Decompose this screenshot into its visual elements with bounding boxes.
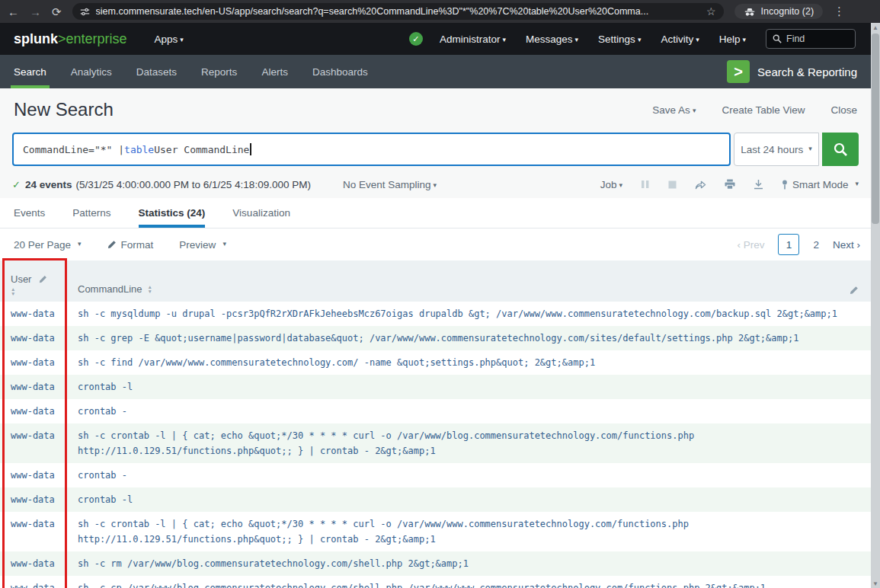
forward-icon[interactable]: → [30, 6, 41, 18]
edit-column-pencil-icon[interactable] [39, 275, 47, 283]
time-range-picker[interactable]: Last 24 hours▾ [734, 133, 819, 166]
table-row: www-datacrontab - [0, 399, 871, 423]
search-query-input[interactable]: CommandLine="*" | table User CommandLine [12, 133, 731, 166]
event-sampling-menu[interactable]: No Event Sampling▾ [343, 179, 437, 190]
site-settings-icon[interactable] [80, 7, 90, 17]
commandline-cell[interactable]: crontab -l [69, 487, 871, 512]
splunk-logo[interactable]: splunk>enterprise [14, 31, 127, 47]
job-status-bar: ✓ 24 events (5/31/25 4:00:00.000 PM to 6… [0, 171, 871, 198]
tab-events[interactable]: Events [14, 207, 45, 228]
event-count: 24 events [25, 179, 72, 190]
user-cell[interactable]: www-data [0, 350, 69, 375]
pagination: ‹ Prev 1 2 Next › [737, 234, 860, 255]
reload-icon[interactable]: ⟳ [52, 6, 62, 18]
screen: ← → ⟳ siem.commensurate.tech/en-US/app/s… [0, 0, 880, 588]
commandline-cell[interactable]: crontab -l [69, 375, 871, 399]
find-search-box[interactable] [766, 29, 856, 49]
pause-icon[interactable] [641, 180, 650, 189]
scrollbar-up-icon[interactable]: ▲ [871, 23, 880, 32]
splunk-top-bar: splunk>enterprise Apps▾ ✓ Administrator▾… [0, 23, 880, 55]
settings-menu[interactable]: Settings▾ [598, 34, 641, 45]
per-page-menu[interactable]: 20 Per Page▾ [14, 239, 82, 251]
nav-tab-analytics[interactable]: Analytics [71, 55, 112, 88]
address-bar[interactable]: siem.commensurate.tech/en-US/app/search/… [72, 3, 724, 20]
user-cell[interactable]: www-data [0, 551, 69, 576]
scrollbar-down-icon[interactable]: ▼ [871, 579, 880, 588]
next-page-button[interactable]: Next › [833, 239, 860, 251]
commandline-cell[interactable]: sh -c rm /var/www/blog.commensuratetechn… [69, 551, 871, 576]
commandline-cell[interactable]: sh -c cp /var/www/blog.commensuratetechn… [69, 576, 871, 588]
current-app-badge[interactable]: > Search & Reporting [727, 60, 857, 83]
tab-patterns[interactable]: Patterns [72, 207, 110, 228]
messages-menu[interactable]: Messages▾ [526, 34, 578, 45]
table-row: www-datash -c cp /var/www/blog.commensur… [0, 576, 871, 588]
commandline-cell[interactable]: sh -c crontab -l | { cat; echo &quot;*/3… [69, 512, 871, 551]
commandline-cell[interactable]: crontab - [69, 399, 871, 423]
edit-columns-pencil-icon[interactable] [850, 286, 871, 302]
bookmark-star-icon[interactable]: ☆ [706, 5, 716, 18]
sort-icon-commandline[interactable]: ▲▼ [148, 285, 152, 294]
close-button[interactable]: Close [830, 104, 857, 116]
find-input[interactable] [786, 34, 847, 44]
prev-page-button[interactable]: ‹ Prev [737, 239, 764, 251]
format-pencil-icon [107, 240, 117, 249]
preview-menu[interactable]: Preview▾ [179, 239, 226, 251]
nav-tab-search[interactable]: Search [14, 55, 46, 88]
help-menu[interactable]: Help▾ [719, 34, 746, 45]
browser-menu-icon[interactable]: ⋮ [834, 5, 846, 18]
user-cell[interactable]: www-data [0, 512, 69, 551]
user-cell[interactable]: www-data [0, 487, 69, 512]
table-row: www-datash -c find /var/www/www.commensu… [0, 350, 871, 375]
user-cell[interactable]: www-data [0, 399, 69, 423]
url-text[interactable]: siem.commensurate.tech/en-US/app/search/… [96, 6, 700, 17]
save-as-button[interactable]: Save As▾ [652, 104, 696, 116]
create-table-view-button[interactable]: Create Table View [722, 104, 805, 116]
user-cell[interactable]: www-data [0, 576, 69, 588]
table-row: www-datash -c mysqldump -u drupal -pcsr3… [0, 302, 871, 326]
administrator-menu[interactable]: Administrator▾ [440, 34, 506, 45]
smart-mode-menu[interactable]: Smart Mode▾ [782, 179, 859, 190]
commandline-cell[interactable]: sh -c grep -E &quot;username|password|da… [69, 326, 871, 350]
column-header-user[interactable]: User ▲▼ [0, 268, 69, 302]
job-menu[interactable]: Job▾ [600, 179, 622, 190]
search-magnifier-icon [833, 142, 848, 157]
scrollbar-thumb[interactable] [872, 34, 879, 224]
user-cell[interactable]: www-data [0, 463, 69, 487]
nav-tab-datasets[interactable]: Datasets [136, 55, 177, 88]
app-name-label: Search & Reporting [757, 66, 857, 78]
page-2-button[interactable]: 2 [813, 239, 819, 251]
user-cell[interactable]: www-data [0, 423, 69, 463]
user-cell[interactable]: www-data [0, 326, 69, 350]
back-icon[interactable]: ← [8, 6, 19, 18]
nav-tab-reports[interactable]: Reports [201, 55, 237, 88]
table-row: www-datacrontab -l [0, 375, 871, 399]
user-cell[interactable]: www-data [0, 375, 69, 399]
page-scrollbar[interactable]: ▲ ▼ [871, 23, 880, 588]
commandline-cell[interactable]: sh -c find /var/www/www.commensuratetech… [69, 350, 871, 375]
format-menu[interactable]: Format [107, 239, 154, 251]
share-icon[interactable] [695, 180, 706, 190]
search-reporting-app-icon: > [727, 60, 750, 83]
health-check-icon[interactable]: ✓ [409, 32, 423, 46]
activity-menu[interactable]: Activity▾ [661, 34, 699, 45]
commandline-cell[interactable]: sh -c mysqldump -u drupal -pcsr3pQfR2rXD… [69, 302, 871, 326]
table-row: www-datacrontab - [0, 463, 871, 487]
stop-icon[interactable] [668, 181, 677, 189]
text-cursor [250, 143, 251, 155]
nav-tab-alerts[interactable]: Alerts [261, 55, 288, 88]
export-icon[interactable] [754, 179, 763, 190]
tab-statistics[interactable]: Statistics (24) [139, 207, 206, 228]
search-submit-button[interactable] [822, 133, 859, 166]
incognito-icon [744, 7, 756, 17]
column-header-commandline[interactable]: CommandLine ▲▼ [69, 283, 850, 302]
print-icon[interactable] [725, 179, 735, 190]
sort-icon-user[interactable]: ▲▼ [11, 287, 66, 296]
tab-visualization[interactable]: Visualization [232, 207, 290, 228]
commandline-cell[interactable]: crontab - [69, 463, 871, 487]
commandline-cell[interactable]: sh -c crontab -l | { cat; echo &quot;*/3… [69, 423, 871, 463]
user-cell[interactable]: www-data [0, 302, 69, 326]
apps-menu[interactable]: Apps▾ [155, 34, 184, 45]
page-1-button[interactable]: 1 [778, 234, 799, 255]
nav-tab-dashboards[interactable]: Dashboards [312, 55, 368, 88]
query-suffix: User CommandLine [154, 144, 249, 155]
